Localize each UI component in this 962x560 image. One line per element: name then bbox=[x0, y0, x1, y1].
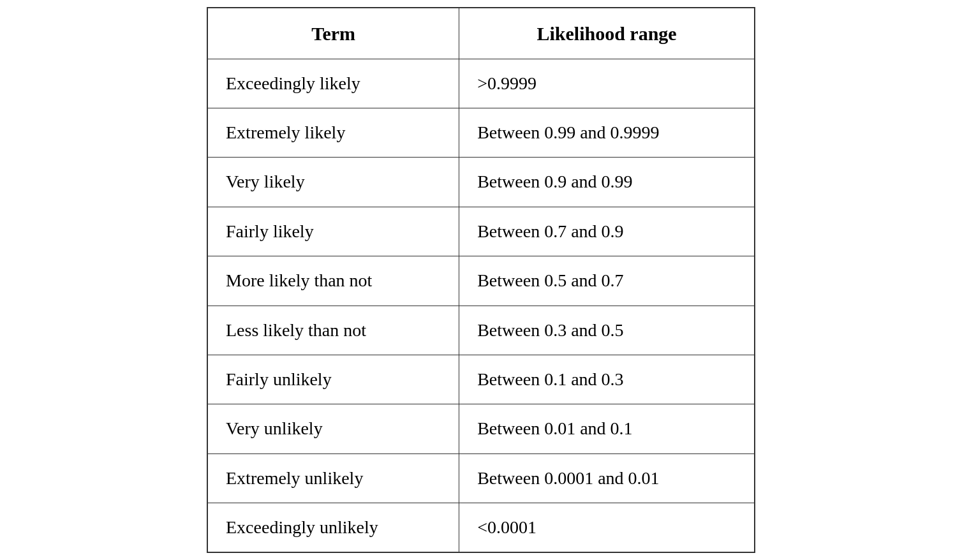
cell-term: Extremely likely bbox=[207, 108, 459, 157]
table-row: Exceedingly unlikely<0.0001 bbox=[207, 503, 755, 553]
table-row: Very unlikelyBetween 0.01 and 0.1 bbox=[207, 404, 755, 453]
cell-term: Less likely than not bbox=[207, 306, 459, 355]
table-header-row: Term Likelihood range bbox=[207, 8, 755, 59]
likelihood-table: Term Likelihood range Exceedingly likely… bbox=[207, 7, 755, 554]
cell-range: >0.9999 bbox=[459, 59, 755, 108]
cell-term: Exceedingly unlikely bbox=[207, 503, 459, 553]
cell-term: More likely than not bbox=[207, 256, 459, 306]
header-term: Term bbox=[207, 8, 459, 59]
table-row: More likely than notBetween 0.5 and 0.7 bbox=[207, 256, 755, 306]
cell-term: Fairly unlikely bbox=[207, 355, 459, 404]
table-row: Fairly unlikelyBetween 0.1 and 0.3 bbox=[207, 355, 755, 404]
cell-range: Between 0.01 and 0.1 bbox=[459, 404, 755, 453]
table-row: Less likely than notBetween 0.3 and 0.5 bbox=[207, 306, 755, 355]
cell-range: <0.0001 bbox=[459, 503, 755, 553]
table-row: Extremely likelyBetween 0.99 and 0.9999 bbox=[207, 108, 755, 157]
table-row: Fairly likelyBetween 0.7 and 0.9 bbox=[207, 207, 755, 256]
cell-term: Very unlikely bbox=[207, 404, 459, 453]
cell-term: Very likely bbox=[207, 158, 459, 207]
cell-term: Fairly likely bbox=[207, 207, 459, 256]
cell-range: Between 0.99 and 0.9999 bbox=[459, 108, 755, 157]
cell-range: Between 0.7 and 0.9 bbox=[459, 207, 755, 256]
header-likelihood-range: Likelihood range bbox=[459, 8, 755, 59]
table-row: Exceedingly likely>0.9999 bbox=[207, 59, 755, 108]
cell-term: Exceedingly likely bbox=[207, 59, 459, 108]
cell-term: Extremely unlikely bbox=[207, 453, 459, 503]
cell-range: Between 0.5 and 0.7 bbox=[459, 256, 755, 306]
cell-range: Between 0.3 and 0.5 bbox=[459, 306, 755, 355]
cell-range: Between 0.1 and 0.3 bbox=[459, 355, 755, 404]
table-row: Extremely unlikelyBetween 0.0001 and 0.0… bbox=[207, 453, 755, 503]
likelihood-table-container: Term Likelihood range Exceedingly likely… bbox=[207, 7, 755, 554]
cell-range: Between 0.0001 and 0.01 bbox=[459, 453, 755, 503]
cell-range: Between 0.9 and 0.99 bbox=[459, 158, 755, 207]
table-row: Very likelyBetween 0.9 and 0.99 bbox=[207, 158, 755, 207]
